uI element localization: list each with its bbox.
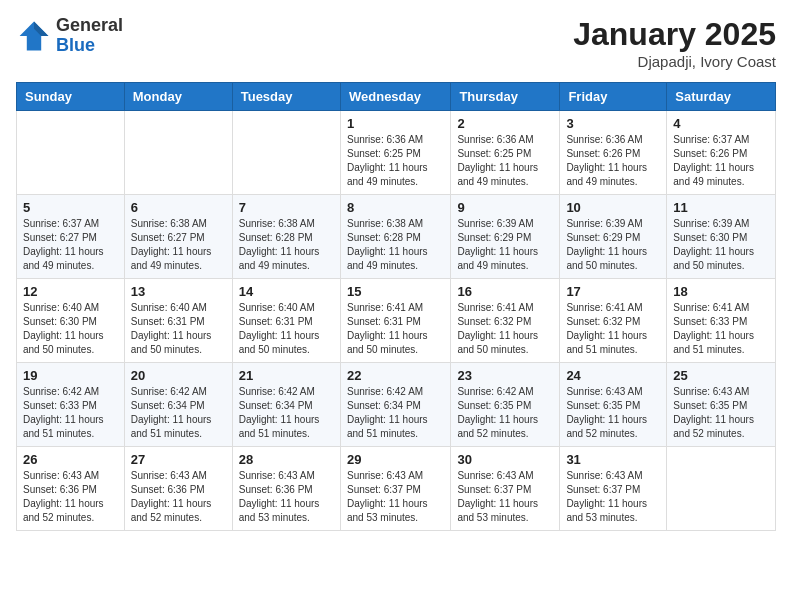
day-number: 14 [239,284,334,299]
calendar-cell: 27Sunrise: 6:43 AM Sunset: 6:36 PM Dayli… [124,447,232,531]
calendar-cell: 21Sunrise: 6:42 AM Sunset: 6:34 PM Dayli… [232,363,340,447]
day-number: 28 [239,452,334,467]
month-title: January 2025 [573,16,776,53]
day-info: Sunrise: 6:40 AM Sunset: 6:31 PM Dayligh… [239,301,334,357]
calendar-cell: 13Sunrise: 6:40 AM Sunset: 6:31 PM Dayli… [124,279,232,363]
calendar-cell: 7Sunrise: 6:38 AM Sunset: 6:28 PM Daylig… [232,195,340,279]
calendar-cell: 5Sunrise: 6:37 AM Sunset: 6:27 PM Daylig… [17,195,125,279]
logo-text: General Blue [56,16,123,56]
day-number: 20 [131,368,226,383]
calendar-cell [667,447,776,531]
day-info: Sunrise: 6:38 AM Sunset: 6:27 PM Dayligh… [131,217,226,273]
calendar-cell: 14Sunrise: 6:40 AM Sunset: 6:31 PM Dayli… [232,279,340,363]
day-info: Sunrise: 6:43 AM Sunset: 6:36 PM Dayligh… [23,469,118,525]
day-number: 8 [347,200,444,215]
calendar-cell [17,111,125,195]
calendar-cell: 3Sunrise: 6:36 AM Sunset: 6:26 PM Daylig… [560,111,667,195]
day-number: 5 [23,200,118,215]
calendar-cell: 26Sunrise: 6:43 AM Sunset: 6:36 PM Dayli… [17,447,125,531]
calendar-week-row: 26Sunrise: 6:43 AM Sunset: 6:36 PM Dayli… [17,447,776,531]
day-number: 6 [131,200,226,215]
day-number: 21 [239,368,334,383]
day-number: 17 [566,284,660,299]
logo: General Blue [16,16,123,56]
calendar-cell: 22Sunrise: 6:42 AM Sunset: 6:34 PM Dayli… [340,363,450,447]
day-info: Sunrise: 6:42 AM Sunset: 6:34 PM Dayligh… [131,385,226,441]
weekday-header: Thursday [451,83,560,111]
calendar-week-row: 1Sunrise: 6:36 AM Sunset: 6:25 PM Daylig… [17,111,776,195]
weekday-header: Friday [560,83,667,111]
weekday-header: Saturday [667,83,776,111]
day-number: 10 [566,200,660,215]
day-number: 3 [566,116,660,131]
calendar-cell: 8Sunrise: 6:38 AM Sunset: 6:28 PM Daylig… [340,195,450,279]
calendar-cell: 2Sunrise: 6:36 AM Sunset: 6:25 PM Daylig… [451,111,560,195]
day-info: Sunrise: 6:38 AM Sunset: 6:28 PM Dayligh… [347,217,444,273]
calendar-cell: 9Sunrise: 6:39 AM Sunset: 6:29 PM Daylig… [451,195,560,279]
weekday-header: Wednesday [340,83,450,111]
day-info: Sunrise: 6:43 AM Sunset: 6:35 PM Dayligh… [673,385,769,441]
day-info: Sunrise: 6:42 AM Sunset: 6:34 PM Dayligh… [347,385,444,441]
calendar-cell: 4Sunrise: 6:37 AM Sunset: 6:26 PM Daylig… [667,111,776,195]
day-number: 19 [23,368,118,383]
day-info: Sunrise: 6:41 AM Sunset: 6:32 PM Dayligh… [457,301,553,357]
day-info: Sunrise: 6:36 AM Sunset: 6:25 PM Dayligh… [347,133,444,189]
day-number: 27 [131,452,226,467]
day-info: Sunrise: 6:40 AM Sunset: 6:30 PM Dayligh… [23,301,118,357]
day-number: 24 [566,368,660,383]
day-number: 25 [673,368,769,383]
day-info: Sunrise: 6:36 AM Sunset: 6:26 PM Dayligh… [566,133,660,189]
weekday-header: Monday [124,83,232,111]
calendar-cell: 18Sunrise: 6:41 AM Sunset: 6:33 PM Dayli… [667,279,776,363]
day-info: Sunrise: 6:40 AM Sunset: 6:31 PM Dayligh… [131,301,226,357]
day-number: 1 [347,116,444,131]
calendar-cell: 16Sunrise: 6:41 AM Sunset: 6:32 PM Dayli… [451,279,560,363]
calendar-cell: 11Sunrise: 6:39 AM Sunset: 6:30 PM Dayli… [667,195,776,279]
weekday-header-row: SundayMondayTuesdayWednesdayThursdayFrid… [17,83,776,111]
day-number: 9 [457,200,553,215]
day-info: Sunrise: 6:42 AM Sunset: 6:35 PM Dayligh… [457,385,553,441]
day-number: 2 [457,116,553,131]
calendar-cell: 24Sunrise: 6:43 AM Sunset: 6:35 PM Dayli… [560,363,667,447]
calendar-cell [124,111,232,195]
day-number: 4 [673,116,769,131]
day-number: 26 [23,452,118,467]
day-number: 13 [131,284,226,299]
day-info: Sunrise: 6:43 AM Sunset: 6:37 PM Dayligh… [566,469,660,525]
day-number: 16 [457,284,553,299]
day-number: 15 [347,284,444,299]
day-info: Sunrise: 6:37 AM Sunset: 6:26 PM Dayligh… [673,133,769,189]
calendar-cell: 28Sunrise: 6:43 AM Sunset: 6:36 PM Dayli… [232,447,340,531]
calendar-cell: 20Sunrise: 6:42 AM Sunset: 6:34 PM Dayli… [124,363,232,447]
day-number: 22 [347,368,444,383]
page-header: General Blue January 2025 Djapadji, Ivor… [16,16,776,70]
day-info: Sunrise: 6:41 AM Sunset: 6:31 PM Dayligh… [347,301,444,357]
day-info: Sunrise: 6:43 AM Sunset: 6:37 PM Dayligh… [457,469,553,525]
weekday-header: Tuesday [232,83,340,111]
calendar-cell: 25Sunrise: 6:43 AM Sunset: 6:35 PM Dayli… [667,363,776,447]
day-info: Sunrise: 6:36 AM Sunset: 6:25 PM Dayligh… [457,133,553,189]
location: Djapadji, Ivory Coast [573,53,776,70]
calendar-week-row: 19Sunrise: 6:42 AM Sunset: 6:33 PM Dayli… [17,363,776,447]
calendar-week-row: 12Sunrise: 6:40 AM Sunset: 6:30 PM Dayli… [17,279,776,363]
day-info: Sunrise: 6:43 AM Sunset: 6:37 PM Dayligh… [347,469,444,525]
day-number: 31 [566,452,660,467]
calendar-cell: 10Sunrise: 6:39 AM Sunset: 6:29 PM Dayli… [560,195,667,279]
day-info: Sunrise: 6:43 AM Sunset: 6:35 PM Dayligh… [566,385,660,441]
calendar-cell: 19Sunrise: 6:42 AM Sunset: 6:33 PM Dayli… [17,363,125,447]
day-info: Sunrise: 6:43 AM Sunset: 6:36 PM Dayligh… [131,469,226,525]
day-number: 11 [673,200,769,215]
weekday-header: Sunday [17,83,125,111]
day-number: 29 [347,452,444,467]
day-info: Sunrise: 6:41 AM Sunset: 6:33 PM Dayligh… [673,301,769,357]
calendar-cell: 1Sunrise: 6:36 AM Sunset: 6:25 PM Daylig… [340,111,450,195]
day-info: Sunrise: 6:37 AM Sunset: 6:27 PM Dayligh… [23,217,118,273]
logo-icon [16,18,52,54]
day-info: Sunrise: 6:38 AM Sunset: 6:28 PM Dayligh… [239,217,334,273]
calendar-cell: 17Sunrise: 6:41 AM Sunset: 6:32 PM Dayli… [560,279,667,363]
calendar-week-row: 5Sunrise: 6:37 AM Sunset: 6:27 PM Daylig… [17,195,776,279]
day-number: 30 [457,452,553,467]
day-info: Sunrise: 6:43 AM Sunset: 6:36 PM Dayligh… [239,469,334,525]
calendar-cell: 30Sunrise: 6:43 AM Sunset: 6:37 PM Dayli… [451,447,560,531]
day-number: 18 [673,284,769,299]
